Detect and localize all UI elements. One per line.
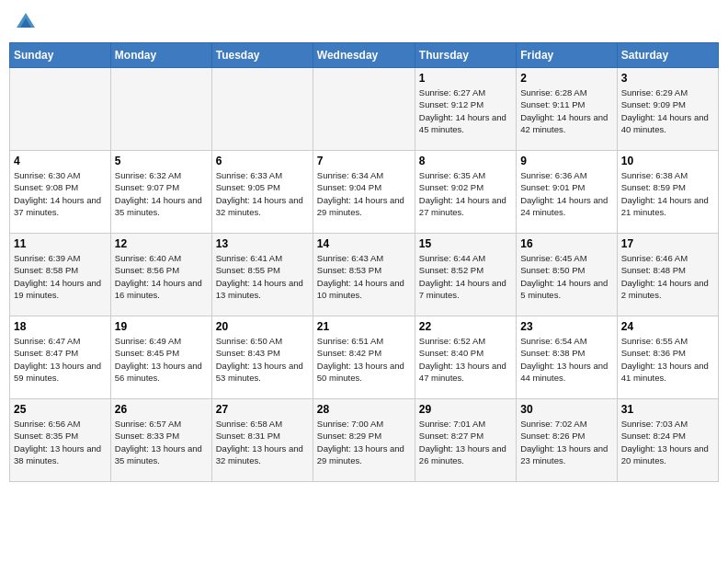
day-number: 23 [520,320,612,333]
week-row-5: 25Sunrise: 6:56 AM Sunset: 8:35 PM Dayli… [10,399,719,482]
day-cell: 9Sunrise: 6:36 AM Sunset: 9:01 PM Daylig… [517,151,617,234]
day-header-wednesday: Wednesday [313,43,415,68]
day-number: 2 [520,72,612,85]
day-cell: 17Sunrise: 6:46 AM Sunset: 8:48 PM Dayli… [617,234,718,316]
day-number: 3 [621,72,714,85]
day-number: 15 [419,237,512,250]
day-info: Sunrise: 6:54 AM Sunset: 8:38 PM Dayligh… [520,335,612,384]
day-info: Sunrise: 6:47 AM Sunset: 8:47 PM Dayligh… [14,335,107,384]
day-header-monday: Monday [110,43,211,68]
day-header-saturday: Saturday [617,43,718,68]
day-info: Sunrise: 6:27 AM Sunset: 9:12 PM Dayligh… [419,86,512,135]
day-cell: 23Sunrise: 6:54 AM Sunset: 8:38 PM Dayli… [517,316,617,399]
day-number: 21 [317,320,411,333]
day-info: Sunrise: 7:02 AM Sunset: 8:26 PM Dayligh… [520,418,612,466]
day-cell: 25Sunrise: 6:56 AM Sunset: 8:35 PM Dayli… [10,399,111,482]
week-row-4: 18Sunrise: 6:47 AM Sunset: 8:47 PM Dayli… [10,316,719,399]
day-cell: 1Sunrise: 6:27 AM Sunset: 9:12 PM Daylig… [415,68,516,151]
day-cell: 11Sunrise: 6:39 AM Sunset: 8:58 PM Dayli… [10,234,111,316]
day-info: Sunrise: 6:38 AM Sunset: 8:59 PM Dayligh… [621,169,714,218]
day-cell: 19Sunrise: 6:49 AM Sunset: 8:45 PM Dayli… [110,316,211,399]
logo [13,9,40,35]
day-number: 5 [115,155,208,167]
day-info: Sunrise: 6:52 AM Sunset: 8:40 PM Dayligh… [419,335,512,384]
week-row-2: 4Sunrise: 6:30 AM Sunset: 9:08 PM Daylig… [10,151,719,234]
day-number: 14 [317,237,411,250]
day-info: Sunrise: 6:45 AM Sunset: 8:50 PM Dayligh… [520,252,612,301]
day-info: Sunrise: 6:49 AM Sunset: 8:45 PM Dayligh… [115,335,208,384]
day-header-sunday: Sunday [10,43,111,68]
day-number: 20 [216,320,309,333]
day-info: Sunrise: 6:56 AM Sunset: 8:35 PM Dayligh… [14,418,107,466]
day-info: Sunrise: 6:51 AM Sunset: 8:42 PM Dayligh… [317,335,411,384]
day-info: Sunrise: 6:33 AM Sunset: 9:05 PM Dayligh… [216,169,309,218]
day-cell [10,68,111,151]
day-info: Sunrise: 7:00 AM Sunset: 8:29 PM Dayligh… [317,418,411,466]
day-cell: 30Sunrise: 7:02 AM Sunset: 8:26 PM Dayli… [517,399,617,482]
day-info: Sunrise: 6:36 AM Sunset: 9:01 PM Dayligh… [520,169,612,218]
day-cell: 2Sunrise: 6:28 AM Sunset: 9:11 PM Daylig… [517,68,617,151]
day-cell: 12Sunrise: 6:40 AM Sunset: 8:56 PM Dayli… [110,234,211,316]
week-row-1: 1Sunrise: 6:27 AM Sunset: 9:12 PM Daylig… [10,68,719,151]
day-cell: 16Sunrise: 6:45 AM Sunset: 8:50 PM Dayli… [517,234,617,316]
logo-icon [13,9,39,35]
day-cell: 13Sunrise: 6:41 AM Sunset: 8:55 PM Dayli… [211,234,313,316]
day-number: 25 [14,403,107,416]
day-info: Sunrise: 6:30 AM Sunset: 9:08 PM Dayligh… [14,169,107,218]
day-header-thursday: Thursday [415,43,516,68]
day-number: 8 [419,155,512,167]
day-cell: 29Sunrise: 7:01 AM Sunset: 8:27 PM Dayli… [415,399,516,482]
day-number: 11 [14,237,107,250]
day-header-row: SundayMondayTuesdayWednesdayThursdayFrid… [10,43,719,68]
day-info: Sunrise: 6:44 AM Sunset: 8:52 PM Dayligh… [419,252,512,301]
day-header-tuesday: Tuesday [211,43,313,68]
day-cell: 21Sunrise: 6:51 AM Sunset: 8:42 PM Dayli… [313,316,415,399]
day-number: 1 [419,72,512,85]
day-cell [110,68,211,151]
day-cell: 26Sunrise: 6:57 AM Sunset: 8:33 PM Dayli… [110,399,211,482]
day-info: Sunrise: 6:50 AM Sunset: 8:43 PM Dayligh… [216,335,309,384]
day-info: Sunrise: 6:58 AM Sunset: 8:31 PM Dayligh… [216,418,309,466]
day-number: 12 [115,237,208,250]
day-number: 27 [216,403,309,416]
day-cell: 10Sunrise: 6:38 AM Sunset: 8:59 PM Dayli… [617,151,718,234]
day-info: Sunrise: 6:40 AM Sunset: 8:56 PM Dayligh… [115,252,208,301]
day-header-friday: Friday [517,43,617,68]
day-number: 13 [216,237,309,250]
day-number: 19 [115,320,208,333]
day-info: Sunrise: 6:34 AM Sunset: 9:04 PM Dayligh… [317,169,411,218]
day-cell: 18Sunrise: 6:47 AM Sunset: 8:47 PM Dayli… [10,316,111,399]
page-header [9,9,719,35]
day-cell: 5Sunrise: 6:32 AM Sunset: 9:07 PM Daylig… [110,151,211,234]
day-number: 29 [419,403,512,416]
day-info: Sunrise: 6:43 AM Sunset: 8:53 PM Dayligh… [317,252,411,301]
day-number: 31 [621,403,714,416]
day-number: 18 [14,320,107,333]
day-cell: 8Sunrise: 6:35 AM Sunset: 9:02 PM Daylig… [415,151,516,234]
day-cell [211,68,313,151]
day-cell: 22Sunrise: 6:52 AM Sunset: 8:40 PM Dayli… [415,316,516,399]
day-number: 17 [621,237,714,250]
day-number: 28 [317,403,411,416]
day-cell: 24Sunrise: 6:55 AM Sunset: 8:36 PM Dayli… [617,316,718,399]
day-number: 16 [520,237,612,250]
day-number: 4 [14,155,107,167]
day-info: Sunrise: 6:28 AM Sunset: 9:11 PM Dayligh… [520,86,612,135]
day-cell: 28Sunrise: 7:00 AM Sunset: 8:29 PM Dayli… [313,399,415,482]
day-info: Sunrise: 6:35 AM Sunset: 9:02 PM Dayligh… [419,169,512,218]
day-number: 26 [115,403,208,416]
day-cell: 4Sunrise: 6:30 AM Sunset: 9:08 PM Daylig… [10,151,111,234]
day-info: Sunrise: 6:29 AM Sunset: 9:09 PM Dayligh… [621,86,714,135]
day-number: 10 [621,155,714,167]
day-cell: 3Sunrise: 6:29 AM Sunset: 9:09 PM Daylig… [617,68,718,151]
day-number: 9 [520,155,612,167]
day-cell: 20Sunrise: 6:50 AM Sunset: 8:43 PM Dayli… [211,316,313,399]
day-cell: 6Sunrise: 6:33 AM Sunset: 9:05 PM Daylig… [211,151,313,234]
day-info: Sunrise: 6:57 AM Sunset: 8:33 PM Dayligh… [115,418,208,466]
day-cell: 14Sunrise: 6:43 AM Sunset: 8:53 PM Dayli… [313,234,415,316]
day-info: Sunrise: 7:01 AM Sunset: 8:27 PM Dayligh… [419,418,512,466]
day-cell: 7Sunrise: 6:34 AM Sunset: 9:04 PM Daylig… [313,151,415,234]
day-number: 7 [317,155,411,167]
day-info: Sunrise: 6:32 AM Sunset: 9:07 PM Dayligh… [115,169,208,218]
day-info: Sunrise: 6:55 AM Sunset: 8:36 PM Dayligh… [621,335,714,384]
